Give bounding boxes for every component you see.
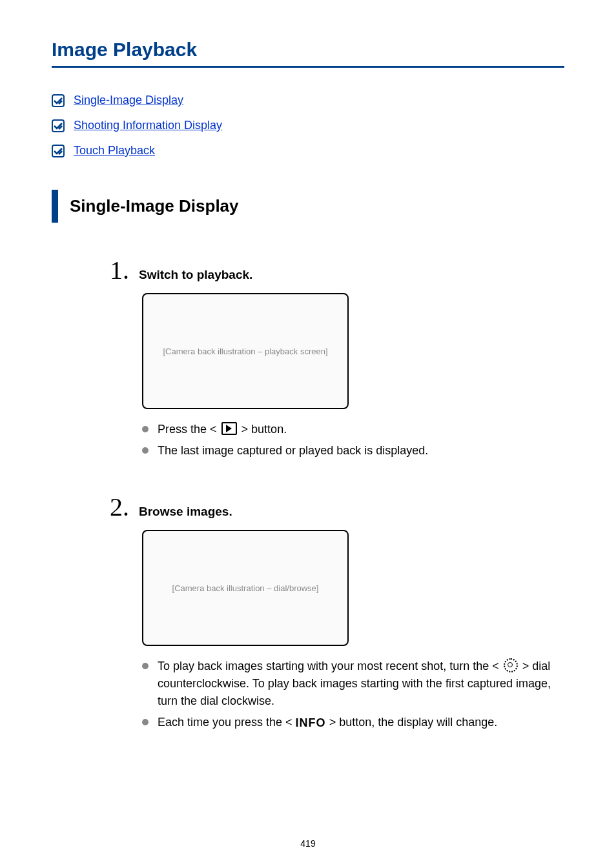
toc-link-shooting-information-display[interactable]: Shooting Information Display <box>74 119 222 132</box>
text-fragment: Each time you press the < <box>158 716 296 729</box>
bullet-icon <box>142 447 149 454</box>
list-item: Press the < > button. <box>142 421 564 438</box>
table-of-contents: Single-Image Display Shooting Informatio… <box>52 94 564 157</box>
step-2-bullet-list: To play back images starting with your m… <box>142 658 564 732</box>
text-fragment: > button, the display will change. <box>329 716 498 729</box>
bullet-icon <box>142 719 149 725</box>
toc-item: Single-Image Display <box>52 94 564 107</box>
playback-button-icon <box>221 422 237 435</box>
section-heading-bar: Single-Image Display <box>52 190 564 223</box>
list-item-text: The last image captured or played back i… <box>158 442 428 459</box>
text-fragment: Press the < <box>158 423 220 436</box>
step-number: 1. <box>110 255 139 285</box>
svg-rect-2 <box>52 145 64 157</box>
list-item-text: To play back images starting with your m… <box>158 658 564 710</box>
step-1-illustration: [Camera back illustration – playback scr… <box>142 293 349 409</box>
step-2-illustration: [Camera back illustration – dial/browse] <box>142 530 349 646</box>
list-item-text: Each time you press the < INFO > button,… <box>158 714 497 732</box>
step-1: 1. Switch to playback. [Camera back illu… <box>52 255 564 459</box>
step-1-bullet-list: Press the < > button. The last image cap… <box>142 421 564 459</box>
svg-rect-1 <box>52 120 64 132</box>
link-icon <box>52 94 65 107</box>
step-title: Switch to playback. <box>139 268 252 282</box>
text-fragment: To play back images starting with your m… <box>158 660 502 672</box>
title-underline <box>52 66 564 68</box>
link-icon <box>52 119 65 132</box>
step-2: 2. Browse images. [Camera back illustrat… <box>52 492 564 732</box>
page-title: Image Playback <box>52 39 564 61</box>
list-item: To play back images starting with your m… <box>142 658 564 710</box>
list-item: The last image captured or played back i… <box>142 442 564 459</box>
step-title: Browse images. <box>139 505 232 519</box>
text-fragment: > button. <box>241 423 287 436</box>
heading-accent-bar <box>52 190 58 223</box>
toc-link-single-image-display[interactable]: Single-Image Display <box>74 94 183 107</box>
bullet-icon <box>142 663 149 669</box>
step-number: 2. <box>110 492 139 522</box>
section-heading: Single-Image Display <box>70 196 239 216</box>
toc-link-touch-playback[interactable]: Touch Playback <box>74 144 155 157</box>
toc-item: Touch Playback <box>52 144 564 157</box>
quick-control-dial-icon <box>504 658 518 672</box>
link-icon <box>52 145 65 157</box>
svg-rect-0 <box>52 95 64 106</box>
list-item: Each time you press the < INFO > button,… <box>142 714 564 732</box>
info-button-icon: INFO <box>296 716 326 729</box>
page-number: 419 <box>0 838 616 849</box>
toc-item: Shooting Information Display <box>52 119 564 132</box>
bullet-icon <box>142 426 149 432</box>
list-item-text: Press the < > button. <box>158 421 287 438</box>
